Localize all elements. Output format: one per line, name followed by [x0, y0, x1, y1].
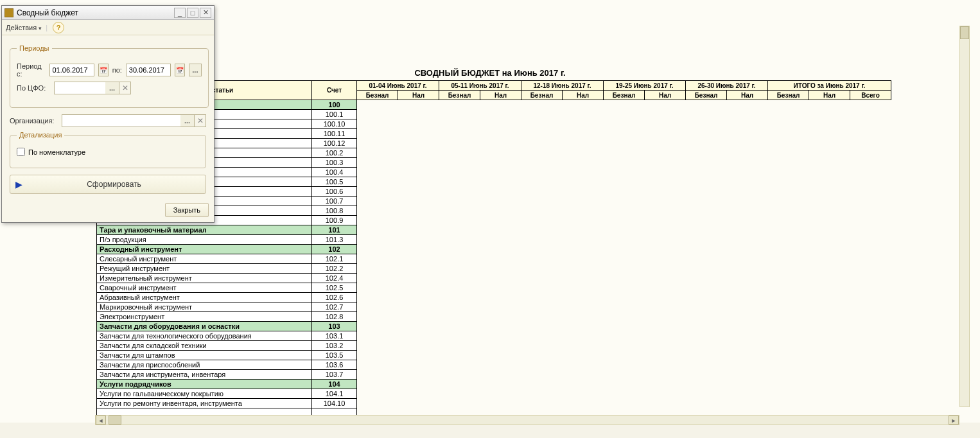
scrollbar-thumb[interactable] [109, 416, 121, 425]
dialog-consolidated-budget: Сводный бюджет _ □ ✕ Действия ▾ | ? Пери… [1, 5, 214, 223]
period-from-label: Период с: [17, 62, 46, 78]
col-period-total: ИТОГО за Июнь 2017 г. [768, 81, 891, 91]
table-row[interactable]: 100 [97, 100, 891, 110]
table-row[interactable]: Запчасти для технологического оборудован… [97, 331, 891, 341]
cfo-clear-button[interactable]: ✕ [119, 82, 131, 94]
minimize-button[interactable]: _ [174, 8, 186, 18]
table-row[interactable]: 100.6 [97, 187, 891, 197]
table-row[interactable]: 100.9 [97, 216, 891, 225]
col-period-3: 19-25 Июнь 2017 г. [604, 81, 686, 91]
cfo-input[interactable] [54, 82, 105, 94]
table-row[interactable]: Услуги по гальваническому покрытию104.1 [97, 389, 891, 399]
org-lookup-button[interactable]: ... [180, 114, 195, 127]
org-clear-button[interactable]: ✕ [195, 114, 206, 127]
scrollbar-vertical[interactable] [959, 26, 970, 407]
table-row[interactable]: Расходный инструмент102 [97, 245, 891, 254]
col-period-4: 26-30 Июнь 2017 г. [686, 81, 768, 91]
dialog-title: Сводный бюджет [17, 8, 173, 17]
table-row[interactable]: Услуги по ремонту инвентаря, инструмента… [97, 399, 891, 408]
org-label: Организация: [10, 117, 58, 125]
table-row[interactable]: жидкости, силиконовые смазки100.1 [97, 110, 891, 119]
dialog-titlebar[interactable]: Сводный бюджет _ □ ✕ [2, 6, 214, 20]
col-acct: Счет [312, 81, 357, 100]
scrollbar-horizontal[interactable]: ◄ ► [95, 415, 959, 425]
table-row[interactable]: алы100.8 [97, 206, 891, 216]
scrollbar-thumb[interactable] [960, 26, 969, 39]
table-row[interactable]: Электроинструмент102.8 [97, 312, 891, 322]
cfo-lookup-button[interactable]: ... [105, 82, 119, 94]
table-row[interactable]: 100.4 [97, 168, 891, 177]
period-to-input[interactable] [126, 64, 171, 76]
detail-legend: Детализация [17, 131, 64, 139]
table-row[interactable]: Запчасти для оборудования и оснастки103 [97, 322, 891, 331]
actions-menu[interactable]: Действия ▾ [6, 24, 43, 31]
dialog-toolbar: Действия ▾ | ? [2, 20, 214, 35]
table-row[interactable]: Запчасти для приспособлений103.6 [97, 360, 891, 370]
calendar-icon[interactable]: 📅 [98, 64, 109, 76]
table-row[interactable]: 100.5 [97, 177, 891, 187]
table-row[interactable]: П/э продукция101.3 [97, 235, 891, 245]
header-row-1: менование статьи Счет 01-04 Июнь 2017 г.… [97, 81, 891, 91]
by-nomenclature-label: По номенклатуре [28, 148, 85, 156]
table-row[interactable]: Запчасти для складской техники103.2 [97, 341, 891, 351]
by-nomenclature-checkbox[interactable] [17, 148, 25, 156]
table-row[interactable]: Запчасти для штампов103.5 [97, 351, 891, 360]
scroll-right-icon[interactable]: ► [949, 416, 959, 425]
table-row[interactable]: 100.12 [97, 139, 891, 148]
table-row[interactable]: Режущий инструмент102.2 [97, 264, 891, 274]
periods-fieldset: Периоды Период с: 📅 по: 📅 ... По ЦФО: ..… [10, 44, 209, 108]
table-row[interactable]: 100.11 [97, 129, 891, 139]
table-row[interactable]: ошки и прочая химия100.2 [97, 148, 891, 158]
period-picker-button[interactable]: ... [189, 64, 202, 76]
maximize-button[interactable]: □ [187, 8, 198, 18]
period-to-label: по: [112, 66, 122, 74]
col-period-1: 05-11 Июнь 2017 г. [439, 81, 521, 91]
table-row[interactable]: лы100.10 [97, 119, 891, 129]
help-button[interactable]: ? [53, 22, 64, 33]
table-row[interactable]: Измерительный инструмент102.4 [97, 274, 891, 283]
detail-fieldset: Детализация По номенклатуре [10, 131, 206, 168]
toolbar-separator: | [46, 24, 48, 31]
org-input[interactable] [62, 114, 180, 127]
period-from-input[interactable] [49, 64, 94, 76]
play-icon: ▶ [15, 179, 22, 189]
table-row[interactable]: Абразивный инструмент102.6 [97, 293, 891, 302]
table-row[interactable]: Запчасти для инструмента, инвентаря103.7 [97, 370, 891, 380]
table-row[interactable]: Тара и упаковочный материал101 [97, 225, 891, 235]
close-button[interactable]: ✕ [200, 8, 211, 18]
scroll-left-icon[interactable]: ◄ [96, 416, 106, 425]
dialog-icon [4, 8, 13, 17]
report-table: менование статьи Счет 01-04 Июнь 2017 г.… [96, 80, 891, 423]
table-row[interactable]: Сварочный инструмент102.5 [97, 283, 891, 293]
table-row[interactable]: Слесарный инструмент102.1 [97, 254, 891, 264]
col-period-2: 12-18 Июнь 2017 г. [521, 81, 604, 91]
periods-legend: Периоды [17, 44, 52, 52]
cfo-label: По ЦФО: [17, 84, 50, 92]
generate-button[interactable]: ▶ Сформировать [10, 175, 206, 194]
table-row[interactable]: Услуги подрядчиков104 [97, 380, 891, 389]
table-row[interactable]: Маркировочный инструмент102.7 [97, 302, 891, 312]
table-row[interactable]: 100.7 [97, 197, 891, 206]
generate-label: Сформировать [28, 180, 200, 189]
col-period-0: 01-04 Июнь 2017 г. [357, 81, 439, 91]
close-dialog-button[interactable]: Закрыть [165, 203, 209, 217]
table-row[interactable]: 100.3 [97, 158, 891, 168]
calendar-icon[interactable]: 📅 [175, 64, 185, 76]
